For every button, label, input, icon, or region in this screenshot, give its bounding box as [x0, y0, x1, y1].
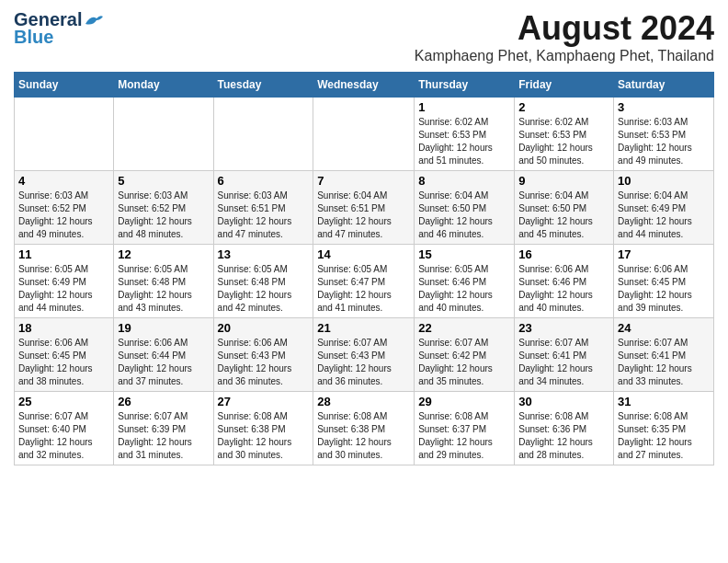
day-info: Sunrise: 6:07 AM Sunset: 6:42 PM Dayligh… [418, 337, 510, 388]
calendar-day-cell: 1Sunrise: 6:02 AM Sunset: 6:53 PM Daylig… [415, 98, 515, 171]
calendar-week-row: 11Sunrise: 6:05 AM Sunset: 6:49 PM Dayli… [15, 245, 714, 318]
day-info: Sunrise: 6:07 AM Sunset: 6:39 PM Dayligh… [118, 410, 209, 462]
day-number: 24 [618, 321, 710, 335]
calendar-day-cell: 14Sunrise: 6:05 AM Sunset: 6:47 PM Dayli… [313, 245, 415, 318]
weekday-header-saturday: Saturday [614, 73, 714, 98]
day-number: 7 [317, 174, 410, 188]
day-info: Sunrise: 6:04 AM Sunset: 6:50 PM Dayligh… [518, 190, 609, 241]
calendar-day-cell: 8Sunrise: 6:04 AM Sunset: 6:50 PM Daylig… [415, 171, 515, 245]
day-info: Sunrise: 6:06 AM Sunset: 6:45 PM Dayligh… [618, 263, 710, 315]
calendar-day-cell: 2Sunrise: 6:02 AM Sunset: 6:53 PM Daylig… [515, 98, 614, 171]
day-number: 4 [18, 174, 109, 188]
header: General Blue August 2024 Kamphaeng Phet,… [14, 9, 714, 64]
day-info: Sunrise: 6:05 AM Sunset: 6:48 PM Dayligh… [118, 263, 209, 315]
calendar-week-row: 25Sunrise: 6:07 AM Sunset: 6:40 PM Dayli… [15, 392, 714, 465]
day-number: 28 [317, 395, 410, 408]
title-section: August 2024 Kamphaeng Phet, Kamphaeng Ph… [415, 9, 714, 64]
day-number: 17 [618, 247, 710, 261]
day-info: Sunrise: 6:06 AM Sunset: 6:46 PM Dayligh… [518, 263, 609, 315]
calendar-day-cell: 26Sunrise: 6:07 AM Sunset: 6:39 PM Dayli… [114, 392, 213, 465]
weekday-header-thursday: Thursday [415, 73, 515, 98]
day-number: 8 [418, 174, 510, 188]
calendar-day-cell: 19Sunrise: 6:06 AM Sunset: 6:44 PM Dayli… [114, 318, 213, 392]
day-number: 29 [418, 395, 510, 408]
day-info: Sunrise: 6:05 AM Sunset: 6:46 PM Dayligh… [418, 263, 510, 315]
day-info: Sunrise: 6:03 AM Sunset: 6:53 PM Dayligh… [618, 116, 710, 167]
day-number: 12 [118, 247, 209, 261]
day-number: 20 [218, 321, 310, 335]
calendar-day-cell: 22Sunrise: 6:07 AM Sunset: 6:42 PM Dayli… [415, 318, 515, 392]
weekday-header-tuesday: Tuesday [213, 73, 313, 98]
day-number: 3 [618, 100, 710, 114]
day-info: Sunrise: 6:07 AM Sunset: 6:40 PM Dayligh… [18, 410, 109, 462]
weekday-header-friday: Friday [515, 73, 614, 98]
calendar-day-cell: 24Sunrise: 6:07 AM Sunset: 6:41 PM Dayli… [614, 318, 714, 392]
day-number: 11 [18, 247, 109, 261]
calendar-day-cell: 16Sunrise: 6:06 AM Sunset: 6:46 PM Dayli… [515, 245, 614, 318]
calendar-day-cell: 28Sunrise: 6:08 AM Sunset: 6:38 PM Dayli… [313, 392, 415, 465]
day-info: Sunrise: 6:05 AM Sunset: 6:48 PM Dayligh… [218, 263, 310, 315]
day-info: Sunrise: 6:05 AM Sunset: 6:49 PM Dayligh… [18, 263, 109, 315]
day-info: Sunrise: 6:07 AM Sunset: 6:41 PM Dayligh… [518, 337, 609, 388]
day-number: 10 [618, 174, 710, 188]
day-info: Sunrise: 6:04 AM Sunset: 6:49 PM Dayligh… [618, 190, 710, 241]
day-number: 9 [518, 174, 609, 188]
calendar-week-row: 18Sunrise: 6:06 AM Sunset: 6:45 PM Dayli… [15, 318, 714, 392]
calendar-day-cell: 15Sunrise: 6:05 AM Sunset: 6:46 PM Dayli… [415, 245, 515, 318]
day-info: Sunrise: 6:04 AM Sunset: 6:51 PM Dayligh… [317, 190, 410, 241]
subtitle: Kamphaeng Phet, Kamphaeng Phet, Thailand [415, 48, 714, 64]
day-number: 27 [218, 395, 310, 408]
day-info: Sunrise: 6:06 AM Sunset: 6:44 PM Dayligh… [118, 337, 209, 388]
logo: General Blue [14, 9, 104, 48]
day-number: 30 [518, 395, 609, 408]
calendar-week-row: 1Sunrise: 6:02 AM Sunset: 6:53 PM Daylig… [15, 98, 714, 171]
calendar-day-cell: 9Sunrise: 6:04 AM Sunset: 6:50 PM Daylig… [515, 171, 614, 245]
calendar-week-row: 4Sunrise: 6:03 AM Sunset: 6:52 PM Daylig… [15, 171, 714, 245]
day-info: Sunrise: 6:02 AM Sunset: 6:53 PM Dayligh… [418, 116, 510, 167]
weekday-header-monday: Monday [114, 73, 213, 98]
logo-blue: Blue [14, 27, 53, 48]
calendar-day-cell: 4Sunrise: 6:03 AM Sunset: 6:52 PM Daylig… [15, 171, 114, 245]
calendar-day-cell: 17Sunrise: 6:06 AM Sunset: 6:45 PM Dayli… [614, 245, 714, 318]
day-info: Sunrise: 6:08 AM Sunset: 6:35 PM Dayligh… [618, 410, 710, 462]
day-info: Sunrise: 6:08 AM Sunset: 6:38 PM Dayligh… [218, 410, 310, 462]
day-info: Sunrise: 6:07 AM Sunset: 6:43 PM Dayligh… [317, 337, 410, 388]
day-number: 5 [118, 174, 209, 188]
day-number: 18 [18, 321, 109, 335]
calendar-day-cell: 6Sunrise: 6:03 AM Sunset: 6:51 PM Daylig… [213, 171, 313, 245]
calendar-day-cell: 11Sunrise: 6:05 AM Sunset: 6:49 PM Dayli… [15, 245, 114, 318]
day-info: Sunrise: 6:02 AM Sunset: 6:53 PM Dayligh… [518, 116, 609, 167]
day-info: Sunrise: 6:03 AM Sunset: 6:51 PM Dayligh… [218, 190, 310, 241]
calendar-day-cell: 23Sunrise: 6:07 AM Sunset: 6:41 PM Dayli… [515, 318, 614, 392]
weekday-header-sunday: Sunday [15, 73, 114, 98]
day-number: 6 [218, 174, 310, 188]
empty-cell [213, 98, 313, 171]
calendar-day-cell: 30Sunrise: 6:08 AM Sunset: 6:36 PM Dayli… [515, 392, 614, 465]
day-info: Sunrise: 6:07 AM Sunset: 6:41 PM Dayligh… [618, 337, 710, 388]
day-info: Sunrise: 6:04 AM Sunset: 6:50 PM Dayligh… [418, 190, 510, 241]
calendar-day-cell: 27Sunrise: 6:08 AM Sunset: 6:38 PM Dayli… [213, 392, 313, 465]
day-info: Sunrise: 6:08 AM Sunset: 6:36 PM Dayligh… [518, 410, 609, 462]
day-number: 14 [317, 247, 410, 261]
day-number: 25 [18, 395, 109, 408]
calendar-day-cell: 7Sunrise: 6:04 AM Sunset: 6:51 PM Daylig… [313, 171, 415, 245]
day-number: 19 [118, 321, 209, 335]
day-info: Sunrise: 6:06 AM Sunset: 6:45 PM Dayligh… [18, 337, 109, 388]
day-number: 22 [418, 321, 510, 335]
day-info: Sunrise: 6:08 AM Sunset: 6:37 PM Dayligh… [418, 410, 510, 462]
day-number: 15 [418, 247, 510, 261]
day-info: Sunrise: 6:03 AM Sunset: 6:52 PM Dayligh… [118, 190, 209, 241]
calendar-day-cell: 10Sunrise: 6:04 AM Sunset: 6:49 PM Dayli… [614, 171, 714, 245]
calendar-day-cell: 20Sunrise: 6:06 AM Sunset: 6:43 PM Dayli… [213, 318, 313, 392]
calendar-day-cell: 31Sunrise: 6:08 AM Sunset: 6:35 PM Dayli… [614, 392, 714, 465]
calendar-day-cell: 3Sunrise: 6:03 AM Sunset: 6:53 PM Daylig… [614, 98, 714, 171]
day-info: Sunrise: 6:05 AM Sunset: 6:47 PM Dayligh… [317, 263, 410, 315]
day-number: 13 [218, 247, 310, 261]
calendar-day-cell: 12Sunrise: 6:05 AM Sunset: 6:48 PM Dayli… [114, 245, 213, 318]
day-number: 31 [618, 395, 710, 408]
day-info: Sunrise: 6:03 AM Sunset: 6:52 PM Dayligh… [18, 190, 109, 241]
weekday-header-row: SundayMondayTuesdayWednesdayThursdayFrid… [15, 73, 714, 98]
day-info: Sunrise: 6:06 AM Sunset: 6:43 PM Dayligh… [218, 337, 310, 388]
day-number: 23 [518, 321, 609, 335]
calendar-day-cell: 25Sunrise: 6:07 AM Sunset: 6:40 PM Dayli… [15, 392, 114, 465]
